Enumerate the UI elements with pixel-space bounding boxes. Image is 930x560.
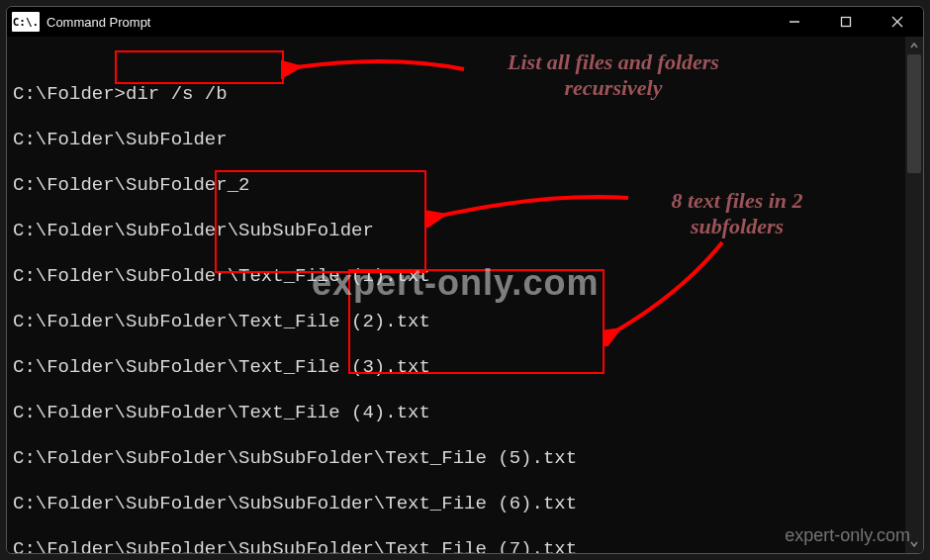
output-line: C:\Folder\SubFolder\Text_File (4).txt: [13, 402, 915, 424]
output-line: C:\Folder\SubFolder\SubSubFolder: [13, 220, 915, 242]
maximize-button[interactable]: [820, 7, 872, 37]
terminal-client-area[interactable]: C:\Folder>dir /s /b C:\Folder\SubFolder …: [7, 37, 923, 553]
prompt: C:\Folder>: [13, 83, 126, 105]
close-button[interactable]: [872, 7, 923, 37]
scroll-thumb[interactable]: [907, 54, 921, 173]
cmd-icon: C:\.: [11, 11, 41, 33]
titlebar[interactable]: C:\. Command Prompt: [7, 7, 923, 38]
output-line: C:\Folder\SubFolder_2: [13, 174, 915, 197]
minimize-button[interactable]: [769, 7, 820, 37]
output-line: C:\Folder\SubFolder\Text_File (3).txt: [13, 356, 915, 379]
command-text: dir /s /b: [126, 83, 228, 105]
scroll-up-button[interactable]: [905, 37, 923, 54]
output-line: C:\Folder\SubFolder\SubSubFolder\Text_Fi…: [13, 538, 915, 554]
command-prompt-window: C:\. Command Prompt C:\Folder>dir /s /b …: [6, 6, 924, 554]
svg-rect-1: [842, 18, 851, 27]
scrollbar[interactable]: [905, 37, 923, 553]
terminal-output: C:\Folder>dir /s /b C:\Folder\SubFolder …: [7, 37, 923, 554]
window-title: Command Prompt: [46, 15, 769, 30]
output-line: C:\Folder\SubFolder\Text_File (2).txt: [13, 311, 915, 333]
output-line: C:\Folder\SubFolder\SubSubFolder\Text_Fi…: [13, 493, 915, 515]
output-line: C:\Folder\SubFolder\Text_File (1).txt: [13, 265, 915, 288]
output-line: C:\Folder\SubFolder\SubSubFolder\Text_Fi…: [13, 447, 915, 470]
output-line: C:\Folder\SubFolder: [13, 129, 915, 151]
scroll-down-button[interactable]: [905, 535, 923, 553]
